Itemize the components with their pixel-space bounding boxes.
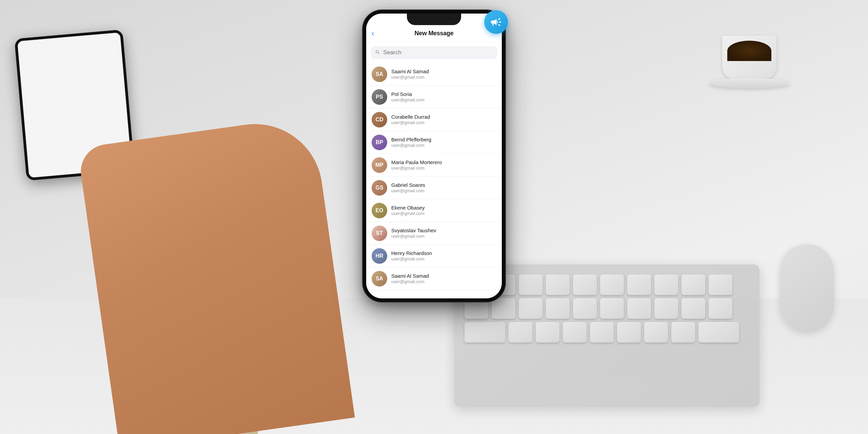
contact-name: Gabriel Soares xyxy=(391,182,496,189)
contact-email: user@gmail.com xyxy=(391,188,496,194)
contact-info: Saami Al Samaduser@gmail.com xyxy=(391,273,496,285)
contact-name: Saami Al Samad xyxy=(391,68,496,75)
key xyxy=(519,298,542,319)
contact-name: Henry Richardson xyxy=(391,250,496,257)
avatar: CD xyxy=(372,112,387,127)
search-input[interactable] xyxy=(383,49,493,56)
back-button[interactable]: ‹ xyxy=(372,30,374,37)
contact-name: Corabelle Durrad xyxy=(391,114,496,120)
avatar: BP xyxy=(372,135,387,150)
contact-info: Pol Soriauser@gmail.com xyxy=(391,91,496,103)
key xyxy=(536,322,559,342)
contact-name: Bernd Pfefferberg xyxy=(391,136,496,143)
contact-email: user@gmail.com xyxy=(391,256,496,262)
key xyxy=(546,298,570,319)
avatar: SA xyxy=(372,271,387,287)
contact-email: user@gmail.com xyxy=(391,165,496,171)
avatar: GS xyxy=(372,180,387,196)
hand xyxy=(77,115,355,434)
key xyxy=(627,275,651,295)
key xyxy=(709,298,732,319)
key xyxy=(617,322,641,342)
contact-email: user@gmail.com xyxy=(391,75,496,80)
key xyxy=(600,275,624,295)
contact-info: Corabelle Durraduser@gmail.com xyxy=(391,114,496,126)
contact-info: Maria Paula Mortererouser@gmail.com xyxy=(391,159,496,171)
avatar: EO xyxy=(372,203,387,218)
key xyxy=(627,298,651,319)
contact-name: Ekene Obasey xyxy=(391,204,496,211)
key xyxy=(682,275,705,295)
coffee-cup xyxy=(722,36,776,80)
contact-item[interactable]: MPMaria Paula Mortererouser@gmail.com xyxy=(366,154,502,177)
announce-button[interactable] xyxy=(484,10,508,34)
key xyxy=(709,275,732,295)
key xyxy=(671,322,695,342)
key xyxy=(519,275,542,295)
key xyxy=(573,275,597,295)
phone-container: ‹ New Message SASaami Al Samaduser@gmail… xyxy=(363,10,505,302)
contact-item[interactable]: HRHenry Richardsonuser@gmail.com xyxy=(366,245,502,268)
contact-email: user@gmail.com xyxy=(391,211,496,217)
coffee-saucer xyxy=(709,78,790,88)
contact-info: Ekene Obaseyuser@gmail.com xyxy=(391,204,496,217)
key xyxy=(644,322,668,342)
phone-device: ‹ New Message SASaami Al Samaduser@gmail… xyxy=(363,10,505,302)
avatar: MP xyxy=(372,157,387,173)
contact-item[interactable]: SASaami Al Samaduser@gmail.com xyxy=(366,63,502,86)
contact-name: Maria Paula Morterero xyxy=(391,159,496,166)
key xyxy=(573,298,597,319)
mouse xyxy=(780,244,834,332)
contact-item[interactable]: BPBernd Pfefferberguser@gmail.com xyxy=(366,131,502,154)
contact-info: Saami Al Samaduser@gmail.com xyxy=(391,68,496,80)
avatar: ST xyxy=(372,225,387,241)
key xyxy=(465,322,505,342)
key xyxy=(654,298,678,319)
avatar: HR xyxy=(372,248,387,264)
contact-email: user@gmail.com xyxy=(391,279,496,285)
phone-screen: ‹ New Message SASaami Al Samaduser@gmail… xyxy=(366,14,502,298)
contact-list: SASaami Al Samaduser@gmail.comPSPol Sori… xyxy=(366,63,502,298)
key xyxy=(600,298,624,319)
search-icon xyxy=(375,50,380,56)
coffee-area xyxy=(698,0,800,95)
key xyxy=(654,275,678,295)
coffee-liquid xyxy=(727,41,771,61)
header-title: New Message xyxy=(415,30,454,37)
contact-email: user@gmail.com xyxy=(391,97,496,103)
contact-name: Saami Al Samad xyxy=(391,273,496,279)
search-bar[interactable] xyxy=(371,46,497,59)
key xyxy=(682,298,705,319)
contact-name: Pol Soria xyxy=(391,91,496,98)
contact-info: Gabriel Soaresuser@gmail.com xyxy=(391,182,496,194)
contact-email: user@gmail.com xyxy=(391,120,496,126)
contact-email: user@gmail.com xyxy=(391,143,496,149)
phone-notch xyxy=(407,14,461,25)
key xyxy=(563,322,587,342)
contact-email: user@gmail.com xyxy=(391,234,496,239)
screen-content: ‹ New Message SASaami Al Samaduser@gmail… xyxy=(366,25,502,298)
contact-item[interactable]: CDCorabelle Durraduser@gmail.com xyxy=(366,108,502,131)
header: ‹ New Message xyxy=(366,25,502,42)
key xyxy=(546,275,570,295)
key xyxy=(509,322,532,342)
contact-info: Svyatoslav Taushevuser@gmail.com xyxy=(391,227,496,239)
contact-name: Svyatoslav Taushev xyxy=(391,227,496,234)
contact-item[interactable]: SASaami Al Samaduser@gmail.com xyxy=(366,268,502,290)
contact-item[interactable]: EOEkene Obaseyuser@gmail.com xyxy=(366,199,502,222)
avatar: PS xyxy=(372,89,387,105)
contact-info: Henry Richardsonuser@gmail.com xyxy=(391,250,496,262)
avatar: SA xyxy=(372,66,387,82)
key xyxy=(698,322,739,342)
contact-item[interactable]: GSGabriel Soaresuser@gmail.com xyxy=(366,177,502,199)
contact-item[interactable]: PSPol Soriauser@gmail.com xyxy=(366,86,502,108)
contact-item[interactable]: STSvyatoslav Taushevuser@gmail.com xyxy=(366,222,502,245)
announce-icon xyxy=(490,16,502,28)
key xyxy=(590,322,614,342)
contact-info: Bernd Pfefferberguser@gmail.com xyxy=(391,136,496,149)
